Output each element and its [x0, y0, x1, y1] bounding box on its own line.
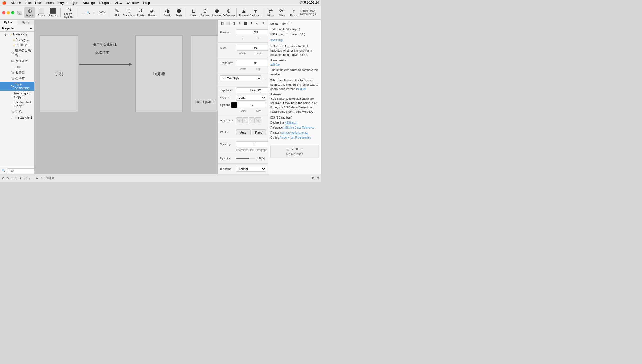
grid-view-btn[interactable]: ⊞ — [312, 176, 314, 180]
align-text-center-btn[interactable]: ≡ — [242, 117, 248, 123]
backward-button[interactable]: ▼ Backward — [250, 7, 261, 18]
width-fixed-btn[interactable]: Fixed — [252, 129, 266, 135]
rotate-button[interactable]: ↺ Rotate — [135, 7, 146, 18]
add-page-button[interactable]: + — [30, 26, 32, 30]
doc-icon2[interactable]: ↺ — [291, 147, 294, 151]
mask-button[interactable]: ◑ Mask — [162, 7, 172, 18]
menu-view[interactable]: View — [115, 1, 122, 5]
align-center-h-btn[interactable]: ⬜ — [225, 21, 231, 26]
trial-days[interactable]: 4 Trial Days Remaining ▾ — [300, 9, 319, 16]
guides-link[interactable]: Property List Programming — [279, 136, 311, 139]
color-swatch[interactable] — [231, 102, 237, 108]
opacity-slider[interactable] — [236, 158, 255, 159]
export-button[interactable]: ↑ Export — [288, 7, 299, 18]
rotate-input[interactable]: 0° — [236, 60, 268, 66]
expand-btn[interactable]: ⊟ — [316, 176, 319, 180]
font-size-input[interactable]: 12 — [238, 102, 266, 108]
page-name[interactable]: Page 1 — [2, 26, 12, 30]
align-bottom-btn[interactable]: ⬇ — [249, 21, 254, 26]
insert-button[interactable]: ⊕ Insert — [24, 7, 35, 18]
layer-item[interactable]: Aa 数据库 — [0, 76, 34, 82]
close-button[interactable] — [2, 11, 5, 14]
layer-item[interactable]: ▷ ⚠ Main.story — [0, 32, 34, 37]
text-style-select[interactable]: No Text Style — [220, 75, 261, 81]
layer-item[interactable]: Aa 服务器 — [0, 70, 34, 76]
align-text-justify-btn[interactable]: ≡ — [255, 117, 261, 123]
playback-icon10[interactable]: ✈ — [41, 176, 43, 180]
menu-plugins[interactable]: Plugins — [99, 1, 111, 5]
layer-item[interactable]: □ Rectangle 1 — [0, 115, 34, 120]
layer-item[interactable]: ⚠ Push se… — [0, 42, 34, 48]
server-box[interactable]: 服务器 — [135, 35, 183, 112]
weight-select[interactable]: Light — [236, 95, 266, 101]
flatten-button[interactable]: ◈ Flatten — [147, 7, 158, 18]
minimize-button[interactable] — [7, 11, 10, 14]
union-button[interactable]: ⊔ Union — [189, 7, 199, 18]
playback-icon1[interactable]: ⊙ — [2, 176, 5, 180]
playback-icon5[interactable]: ⏸ — [19, 177, 22, 180]
width-input[interactable]: 92 — [236, 45, 268, 51]
char-spacing-input[interactable]: 0 — [236, 141, 268, 147]
intersect-button[interactable]: ⊗ Intersect — [212, 7, 222, 18]
edit-button[interactable]: ✎ Edit — [112, 7, 123, 18]
canvas-area[interactable]: 手机 用户名 1 密码 1 发送请求 服务器 数据库 user 1 pwd 1| — [34, 20, 218, 174]
menu-arrange[interactable]: Arrange — [83, 1, 95, 5]
typeface-input[interactable]: Heiti SC — [236, 87, 268, 93]
playback-icon7[interactable]: ↑ — [29, 177, 30, 180]
align-right-btn[interactable]: ◨ — [231, 21, 237, 26]
doc-icon4[interactable]: ✕ — [300, 147, 303, 151]
align-middle-btn[interactable]: ⬛ — [243, 21, 248, 26]
doc-icon1[interactable]: ⬚ — [287, 147, 289, 151]
zoom-plus[interactable]: + — [92, 11, 96, 15]
playback-icon6[interactable]: ↺ — [24, 176, 27, 180]
layer-item[interactable]: □ Rectangle 1 Copy — [0, 100, 34, 109]
layer-item[interactable]: □ Rectangle 1 Copy 2 — [0, 91, 34, 100]
menu-file[interactable]: File — [25, 1, 31, 5]
db-userpwd-label[interactable]: user 1 pwd 1| — [195, 100, 215, 104]
dist-h-btn[interactable]: ⇔ — [255, 21, 260, 26]
mirror-button[interactable]: ⇄ Mirror — [265, 7, 276, 18]
layer-item[interactable]: — Line — [0, 64, 34, 70]
compare-link[interactable]: compare:options:range: — [280, 131, 308, 134]
layer-item[interactable]: Aa 发送请求 — [0, 58, 34, 64]
width-auto-btn[interactable]: Auto — [236, 129, 251, 135]
sendreq-label[interactable]: 发送请求 — [95, 50, 109, 55]
layer-item-selected[interactable]: Aa Type something — [0, 82, 34, 91]
x-input[interactable]: 713 — [236, 29, 268, 35]
menu-insert[interactable]: Insert — [45, 1, 54, 5]
text-options-btn[interactable]: Options — [220, 103, 230, 107]
playback-icon8[interactable]: ↓ — [32, 177, 34, 180]
phone-box[interactable]: 手机 — [40, 35, 78, 112]
ungroup-button[interactable]: ⬛ Ungroup — [48, 7, 58, 18]
menu-layer[interactable]: Layer — [58, 1, 67, 5]
zoom-minus[interactable]: − — [80, 11, 84, 15]
playback-icon3[interactable]: □ — [11, 177, 13, 180]
menu-type[interactable]: Type — [71, 1, 78, 5]
blending-select[interactable]: Normal — [236, 166, 266, 172]
tab-byfile[interactable]: By File — [0, 20, 17, 25]
isequal-link[interactable]: isEqual: — [296, 87, 306, 90]
group-button[interactable]: ⬜ Group — [36, 7, 47, 18]
apple-menu[interactable]: 🍎 — [2, 1, 6, 5]
menu-window[interactable]: Window — [126, 1, 139, 5]
subtract-button[interactable]: ⊖ Subtract — [200, 7, 211, 18]
menu-help[interactable]: Help — [143, 1, 150, 5]
playback-icon9[interactable]: ⊳ — [36, 176, 38, 180]
tab-bytype[interactable]: By Ty — [17, 20, 34, 25]
scale-button[interactable]: ⬣ Scale — [173, 7, 184, 18]
layer-item[interactable]: Aa 手机 — [0, 109, 34, 115]
userpwd-label[interactable]: 用户名 1 密码 1 — [93, 42, 117, 47]
maximize-button[interactable] — [11, 11, 14, 14]
align-top-btn[interactable]: ⬆ — [237, 21, 242, 26]
layer-item[interactable]: ⚠ Prototy… — [0, 37, 34, 42]
create-symbol-button[interactable]: ⊙ Create Symbol — [63, 6, 76, 20]
menu-edit[interactable]: Edit — [35, 1, 41, 5]
view-button[interactable]: 👁 View — [277, 7, 287, 18]
layer-item[interactable]: Aa 用户名 1 密码 1 — [0, 48, 34, 58]
page-dropdown-icon[interactable]: ▾ — [12, 27, 14, 30]
nsstringh-link[interactable]: NSString.h — [284, 121, 297, 124]
transform-button[interactable]: ⬡ Transform — [124, 7, 134, 18]
play-button[interactable]: ▷ — [17, 11, 22, 15]
database-box[interactable]: 数据库 user 1 pwd 1| — [191, 35, 218, 112]
forward-button[interactable]: ▲ Forward — [239, 7, 249, 18]
